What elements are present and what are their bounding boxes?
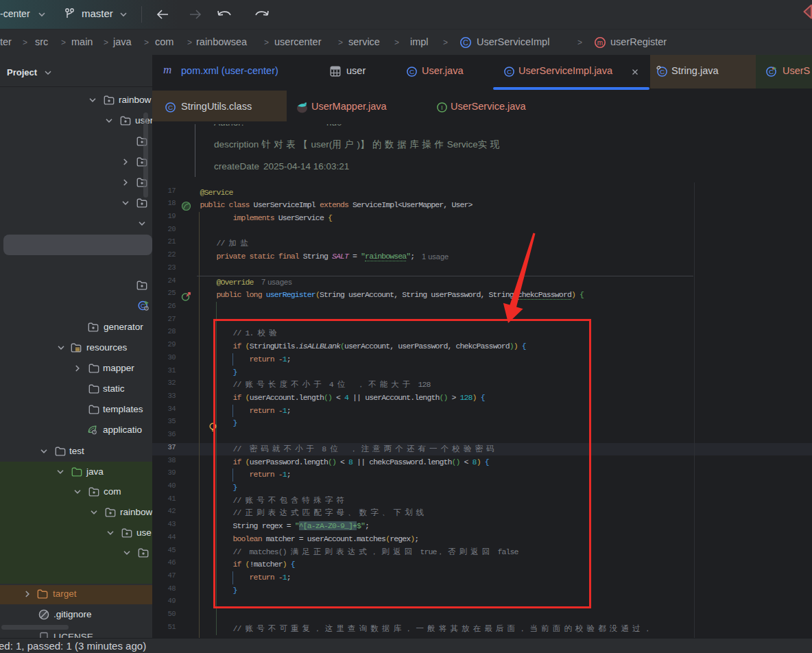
svg-text:C: C — [168, 104, 173, 111]
svg-text:C: C — [660, 68, 665, 75]
svg-text:I: I — [441, 104, 443, 111]
svg-text:C: C — [507, 68, 512, 75]
svg-text:m: m — [597, 39, 603, 47]
svg-text:C: C — [463, 38, 468, 47]
svg-text:C: C — [409, 68, 414, 75]
